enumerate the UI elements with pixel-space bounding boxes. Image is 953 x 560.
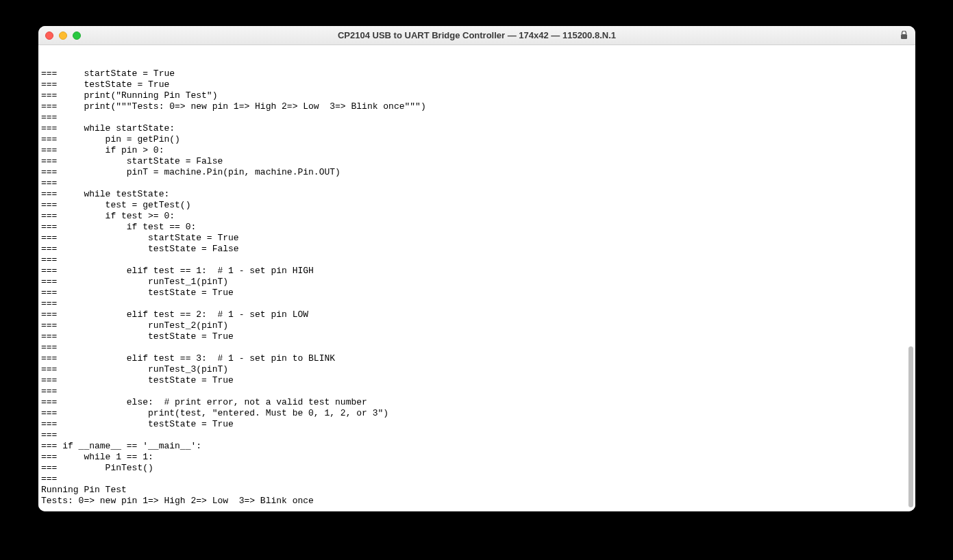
terminal-line: === testState = True xyxy=(41,419,913,430)
terminal-line: === xyxy=(41,178,913,189)
terminal-line: === while 1 == 1: xyxy=(41,452,913,463)
scrollbar-thumb[interactable] xyxy=(908,346,913,507)
terminal-line: === elif test == 1: # 1 - set pin HIGH xyxy=(41,266,913,277)
terminal-line: === startState = False xyxy=(41,156,913,167)
terminal-line: === testState = True xyxy=(41,79,913,90)
terminal-line: === else: # print error, not a valid tes… xyxy=(41,397,913,408)
terminal-line: === if pin > 0: xyxy=(41,145,913,156)
terminal-line: === if test == 0: xyxy=(41,222,913,233)
terminal-line: === xyxy=(41,298,913,309)
titlebar[interactable]: CP2104 USB to UART Bridge Controller — 1… xyxy=(38,26,915,45)
lock-icon xyxy=(899,31,908,40)
terminal-line: === xyxy=(41,255,913,266)
terminal-line: Tests: 0=> new pin 1=> High 2=> Low 3=> … xyxy=(41,496,913,507)
terminal-line: === print("Running Pin Test") xyxy=(41,90,913,101)
traffic-lights xyxy=(45,31,81,40)
terminal-line: === if test >= 0: xyxy=(41,211,913,222)
terminal-line: === print("""Tests: 0=> new pin 1=> High… xyxy=(41,101,913,112)
terminal-line: === xyxy=(41,430,913,441)
terminal-line: === while testState: xyxy=(41,189,913,200)
scrollbar-track[interactable] xyxy=(905,45,915,511)
terminal-line: Running Pin Test xyxy=(41,485,913,496)
terminal-line: === if __name__ == '__main__': xyxy=(41,441,913,452)
terminal-line: === xyxy=(41,342,913,353)
terminal-line: === while startState: xyxy=(41,123,913,134)
terminal-line: === testState = True xyxy=(41,375,913,386)
terminal-line: === pin = getPin() xyxy=(41,134,913,145)
terminal-line: === runTest_1(pinT) xyxy=(41,277,913,288)
terminal-line: === xyxy=(41,386,913,397)
terminal-line: === startState = True xyxy=(41,233,913,244)
terminal-line: === elif test == 2: # 1 - set pin LOW xyxy=(41,309,913,320)
terminal-line: === startState = True xyxy=(41,68,913,79)
terminal-line: === xyxy=(41,474,913,485)
terminal-line: === pinT = machine.Pin(pin, machine.Pin.… xyxy=(41,167,913,178)
terminal-line: === print(test, "entered. Must be 0, 1, … xyxy=(41,408,913,419)
terminal-line: === test = getTest() xyxy=(41,200,913,211)
terminal-line: === runTest_3(pinT) xyxy=(41,364,913,375)
terminal-line: === testState = False xyxy=(41,244,913,255)
terminal-body[interactable]: === startState = True=== testState = Tru… xyxy=(38,45,915,511)
terminal-line: === testState = True xyxy=(41,331,913,342)
terminal-line: === elif test == 3: # 1 - set pin to BLI… xyxy=(41,353,913,364)
window-title: CP2104 USB to UART Bridge Controller — 1… xyxy=(38,30,915,40)
terminal-line: === xyxy=(41,112,913,123)
terminal-line: === PinTest() xyxy=(41,463,913,474)
terminal-window: CP2104 USB to UART Bridge Controller — 1… xyxy=(38,26,915,511)
terminal-line: === testState = True xyxy=(41,288,913,298)
terminal-line: === runTest_2(pinT) xyxy=(41,320,913,331)
zoom-button[interactable] xyxy=(73,31,81,40)
minimize-button[interactable] xyxy=(59,31,67,40)
close-button[interactable] xyxy=(45,31,53,40)
svg-rect-0 xyxy=(901,34,907,39)
